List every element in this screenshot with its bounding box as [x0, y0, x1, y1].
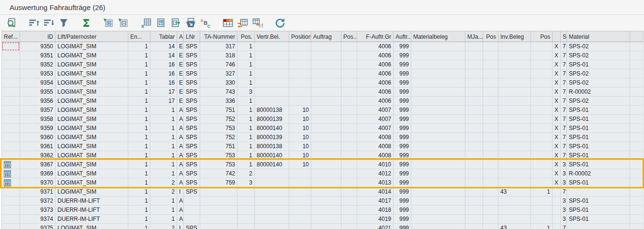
- cell[interactable]: X: [553, 169, 561, 178]
- cell[interactable]: [289, 196, 311, 206]
- ref-cell[interactable]: [2, 60, 20, 69]
- cell[interactable]: X: [553, 133, 561, 142]
- cell[interactable]: [465, 87, 483, 97]
- expand-total-button[interactable]: [101, 16, 116, 30]
- ref-cell[interactable]: [2, 97, 20, 106]
- cell[interactable]: LOGIMAT_SIM: [56, 151, 128, 160]
- ref-cell[interactable]: [2, 115, 20, 124]
- cell[interactable]: [531, 51, 553, 60]
- cell[interactable]: SPS: [184, 87, 200, 97]
- cell[interactable]: [465, 106, 483, 115]
- cell[interactable]: [411, 178, 465, 187]
- cell[interactable]: 4006: [357, 60, 394, 69]
- cell[interactable]: SPS-01: [567, 60, 630, 69]
- cell[interactable]: 753: [200, 124, 237, 133]
- cell[interactable]: 1: [128, 160, 150, 169]
- cell[interactable]: [483, 206, 498, 215]
- cell[interactable]: [465, 160, 483, 169]
- cell[interactable]: [531, 78, 553, 87]
- column-header-blank[interactable]: [630, 32, 644, 42]
- cell[interactable]: [498, 115, 531, 124]
- cell[interactable]: 9372: [20, 196, 56, 206]
- cell[interactable]: SPS: [184, 60, 200, 69]
- ref-cell[interactable]: [2, 142, 20, 151]
- cell[interactable]: [237, 224, 255, 229]
- column-header-vertr-bel[interactable]: Vertr.Bel.: [255, 32, 289, 42]
- cell[interactable]: 751: [200, 142, 237, 151]
- cell[interactable]: [553, 206, 561, 215]
- cell[interactable]: 1: [237, 51, 255, 60]
- cell[interactable]: [289, 87, 311, 97]
- change-layout-button[interactable]: [235, 16, 250, 30]
- print-button[interactable]: [183, 16, 198, 30]
- cell[interactable]: 4006: [357, 87, 394, 97]
- cell[interactable]: SPS: [184, 115, 200, 124]
- cell[interactable]: [630, 42, 644, 51]
- cell[interactable]: [311, 196, 341, 206]
- cell[interactable]: [341, 206, 357, 215]
- cell[interactable]: [200, 187, 237, 196]
- cell[interactable]: [341, 151, 357, 160]
- cell[interactable]: [630, 160, 644, 169]
- ref-cell[interactable]: [2, 196, 20, 206]
- sort-ascending-button[interactable]: [26, 16, 41, 30]
- cell[interactable]: 999: [394, 169, 411, 178]
- cell[interactable]: [341, 224, 357, 229]
- cell[interactable]: 1: [128, 169, 150, 178]
- ref-cell[interactable]: [2, 106, 20, 115]
- column-header-lift-paternoster[interactable]: Lift/Paternoster: [56, 32, 128, 42]
- cell[interactable]: 2: [150, 224, 177, 229]
- cell[interactable]: LOGIMAT_SIM: [56, 60, 128, 69]
- cell[interactable]: SPS: [184, 78, 200, 87]
- cell[interactable]: 4006: [357, 42, 394, 51]
- cell[interactable]: [531, 206, 553, 215]
- cell[interactable]: 7: [561, 151, 567, 160]
- column-header-en[interactable]: En...: [128, 32, 150, 42]
- cell[interactable]: [341, 133, 357, 142]
- cell[interactable]: 1: [237, 60, 255, 69]
- cell[interactable]: 2: [150, 187, 177, 196]
- cell[interactable]: [411, 106, 465, 115]
- cell[interactable]: [483, 51, 498, 60]
- cell[interactable]: [289, 169, 311, 178]
- cell[interactable]: 743: [200, 87, 237, 97]
- cell[interactable]: LOGIMAT_SIM: [56, 169, 128, 178]
- refresh-button[interactable]: [272, 16, 287, 30]
- cell[interactable]: LOGIMAT_SIM: [56, 106, 128, 115]
- cell[interactable]: [341, 160, 357, 169]
- cell[interactable]: [411, 224, 465, 229]
- cell[interactable]: SPS: [184, 124, 200, 133]
- cell[interactable]: A: [177, 115, 184, 124]
- cell[interactable]: [630, 78, 644, 87]
- cell[interactable]: 9357: [20, 106, 56, 115]
- cell[interactable]: 7: [561, 42, 567, 51]
- cell[interactable]: [531, 42, 553, 51]
- cell[interactable]: 3: [561, 215, 567, 224]
- cell[interactable]: X: [553, 151, 561, 160]
- cell[interactable]: [483, 178, 498, 187]
- cell[interactable]: [531, 215, 553, 224]
- cell[interactable]: A: [177, 151, 184, 160]
- cell[interactable]: [553, 224, 561, 229]
- cell[interactable]: I: [177, 224, 184, 229]
- cell[interactable]: E: [177, 60, 184, 69]
- cell[interactable]: [311, 160, 341, 169]
- cell[interactable]: [341, 78, 357, 87]
- cell[interactable]: [411, 51, 465, 60]
- cell[interactable]: [630, 106, 644, 115]
- cell[interactable]: [465, 196, 483, 206]
- cell[interactable]: [255, 196, 289, 206]
- filter-button[interactable]: [56, 16, 71, 30]
- cell[interactable]: [237, 187, 255, 196]
- cell[interactable]: SPS: [184, 97, 200, 106]
- cell[interactable]: SPS-02: [567, 42, 630, 51]
- cell[interactable]: [200, 215, 237, 224]
- cell[interactable]: [531, 160, 553, 169]
- cell[interactable]: 1: [237, 106, 255, 115]
- cell[interactable]: [289, 178, 311, 187]
- cell[interactable]: 3: [237, 178, 255, 187]
- column-header-s[interactable]: S: [561, 32, 567, 42]
- cell[interactable]: 753: [200, 151, 237, 160]
- cell[interactable]: [341, 215, 357, 224]
- ref-cell[interactable]: [2, 178, 20, 187]
